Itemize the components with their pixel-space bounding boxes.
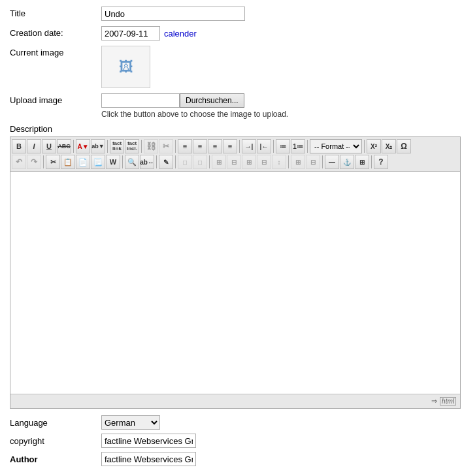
paste-button[interactable]: 📄 [76,155,90,169]
upload-hint: Click the button above to choose the ima… [101,110,452,119]
toolbar-row-1: B I U ABC A▼ ab▼ factlink factincl. ⛓ ✂ … [12,139,459,153]
fact-incl-button[interactable]: factincl. [125,139,139,153]
file-row: Durchsuchen... [101,93,452,108]
align-center-button[interactable]: ≡ [193,139,207,153]
sep1 [73,140,74,153]
bottom-form: Language German English French copyright… [10,415,452,466]
sep14 [288,155,289,168]
copyright-row: copyright [10,434,452,448]
creation-date-field: calender [101,26,452,40]
edit-html-button[interactable]: ✎ [159,155,173,169]
table2-button[interactable]: ⊟ [306,155,320,169]
grid-button[interactable]: ⊞ [355,155,369,169]
tb-btn-d[interactable]: ⊟ [227,155,241,169]
tb-btn-a[interactable]: □ [178,155,192,169]
unordered-list-button[interactable]: ≔ [276,139,290,153]
hr-button[interactable]: — [325,155,339,169]
font-color-button[interactable]: A▼ [76,139,90,153]
underline-button[interactable]: U [42,139,56,153]
align-justify-button[interactable]: ≡ [223,139,237,153]
toolbar: B I U ABC A▼ ab▼ factlink factincl. ⛓ ✂ … [10,137,460,172]
tb-btn-c[interactable]: ⊞ [212,155,226,169]
toolbar-row-2: ↶ ↷ ✂ 📋 📄 📃 W 🔍 ab↔ ✎ □ □ [12,155,459,169]
align-right-button[interactable]: ≡ [208,139,222,153]
html-tag-icon: html [440,397,456,405]
author-row: Author [10,452,452,466]
tb-btn-f[interactable]: ⊟ [257,155,271,169]
fact-link-button[interactable]: factlink [110,139,124,153]
table-button[interactable]: ⊞ [291,155,305,169]
date-input[interactable] [101,26,160,40]
sep11 [156,155,157,168]
cut-button[interactable]: ✂ [46,155,60,169]
arrow-icon: ⇒ [431,397,437,405]
subscript-button[interactable]: X₂ [382,139,396,153]
image-icon: 🖼 [119,59,133,76]
tb-btn-e[interactable]: ⊞ [242,155,256,169]
link-button[interactable]: ⛓ [144,139,158,153]
calender-link[interactable]: calender [164,29,197,39]
language-select[interactable]: German English French [101,415,160,430]
sep13 [209,155,210,168]
redo-button[interactable]: ↷ [27,155,41,169]
upload-image-field: Durchsuchen... Click the button above to… [101,93,452,119]
format-select[interactable]: -- Format -- [310,139,362,153]
editor-container: B I U ABC A▼ ab▼ factlink factincl. ⛓ ✂ … [10,136,461,409]
creation-date-row: Creation date: calender [10,26,452,40]
sep16 [371,155,372,168]
indent-button[interactable]: →| [242,139,256,153]
author-label: Author [10,454,101,464]
sep4 [175,140,176,153]
editor-body[interactable] [10,172,460,394]
sep5 [239,140,240,153]
browse-button[interactable]: Durchsuchen... [180,93,244,108]
file-input[interactable] [101,93,180,108]
title-row: Title [10,7,452,21]
copyright-label: copyright [10,436,101,446]
sep3 [141,140,142,153]
description-label: Description [10,124,452,134]
upload-row: Durchsuchen... Click the button above to… [101,93,452,119]
current-image-row: Current image 🖼 [10,46,452,88]
sep12 [175,155,176,168]
creation-date-label: Creation date: [10,26,101,38]
paste-text-button[interactable]: 📃 [91,155,105,169]
html-icon: html [440,397,456,405]
sep9 [43,155,44,168]
title-field [101,7,452,21]
outdent-button[interactable]: |← [257,139,271,153]
tb-btn-b[interactable]: □ [193,155,207,169]
bold-button[interactable]: B [12,139,26,153]
sep8 [364,140,365,153]
undo-button[interactable]: ↶ [12,155,26,169]
sep15 [322,155,323,168]
ordered-list-button[interactable]: 1≔ [291,139,305,153]
form-container: Title Creation date: calender Current im… [0,0,462,476]
copyright-input[interactable] [101,434,196,448]
date-row: calender [101,26,452,40]
help-button[interactable]: ? [374,155,388,169]
sep7 [307,140,308,153]
paste-word-button[interactable]: W [106,155,120,169]
sep6 [273,140,274,153]
strikethrough-button[interactable]: ABC [57,139,71,153]
align-left-button[interactable]: ≡ [178,139,192,153]
anchor-button[interactable]: ⚓ [340,155,354,169]
superscript-button[interactable]: X² [367,139,381,153]
italic-button[interactable]: I [27,139,41,153]
sep10 [122,155,123,168]
sep2 [107,140,108,153]
find-button[interactable]: 🔍 [125,155,139,169]
author-input[interactable] [101,452,196,466]
current-image-field: 🖼 [101,46,452,88]
copy-button[interactable]: 📋 [61,155,75,169]
description-section: Description B I U ABC A▼ ab▼ factlink fa… [10,124,452,409]
highlight-button[interactable]: ab▼ [91,139,105,153]
tb-btn-g[interactable]: ↕ [272,155,286,169]
title-input[interactable] [101,7,245,21]
editor-footer: ⇒ html [10,394,460,408]
language-label: Language [10,418,101,428]
special-char-button[interactable]: Ω [397,139,411,153]
unlink-button[interactable]: ✂ [159,139,173,153]
replace-button[interactable]: ab↔ [140,155,154,169]
